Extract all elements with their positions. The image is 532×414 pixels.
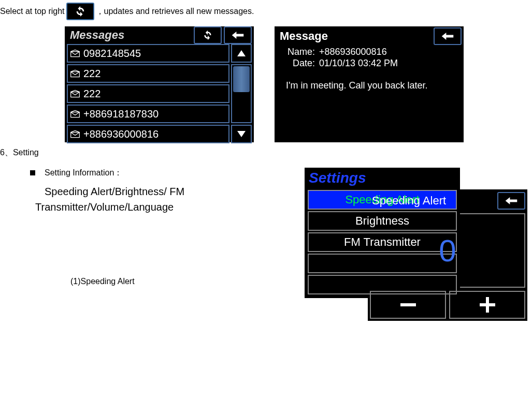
message-number: 222 (83, 88, 100, 100)
setting-info-label: Setting Information： (45, 168, 184, 179)
message-number: 222 (83, 68, 100, 80)
intro-after: ，updates and retrieves all new messages. (96, 6, 254, 17)
intro-before: Select at top right (0, 7, 65, 16)
message-item[interactable]: 222 (67, 84, 229, 103)
scroll-up-button[interactable] (231, 44, 252, 63)
date-label: Date: (279, 57, 315, 69)
message-body: I'm in meeting. Call you back later. (275, 69, 464, 91)
section-heading: 6、Setting (0, 147, 532, 158)
message-number: +886918187830 (83, 108, 159, 120)
settings-screen: Settings Speeding Alert Brightness FM Tr… (305, 168, 460, 298)
scrollbar-thumb[interactable] (233, 66, 250, 92)
date-value: 01/10/13 03:42 PM (315, 57, 398, 69)
name-value: +886936000816 (315, 46, 398, 57)
back-button[interactable] (497, 192, 525, 210)
message-item[interactable]: +886936000816 (67, 125, 229, 143)
message-item[interactable]: 222 (67, 64, 229, 83)
minus-button[interactable] (370, 291, 446, 319)
settings-title: Settings (305, 168, 460, 188)
svg-rect-0 (400, 303, 416, 306)
refresh-icon (66, 3, 94, 20)
back-button[interactable] (224, 26, 252, 44)
plus-button[interactable] (449, 291, 525, 319)
name-label: Name: (279, 46, 315, 57)
intro-line: Select at top right ，updates and retriev… (0, 3, 532, 20)
detail-title: Message (277, 29, 432, 43)
refresh-button[interactable] (194, 26, 222, 44)
message-item[interactable]: +886918187830 (67, 105, 229, 123)
messages-screen: Messages 0982148545 222 222 (65, 26, 254, 142)
settings-item[interactable] (308, 254, 457, 273)
speeding-title: Speeding Alert (370, 194, 497, 208)
subsection-label: (1)Speeding Alert (30, 277, 305, 286)
back-button[interactable] (434, 27, 462, 45)
message-number: +886936000816 (83, 128, 159, 140)
setting-options-line2: Transmitter/Volume/Language (35, 199, 184, 215)
setting-options-line1: Speeding Alert/Brightness/ FM (45, 184, 184, 199)
message-detail-screen: Message Name: Date: +886936000816 01/10/… (275, 26, 464, 142)
scrollbar-track[interactable] (231, 64, 252, 123)
messages-title: Messages (67, 28, 192, 42)
bullet-icon (30, 170, 35, 175)
settings-item-brightness[interactable]: Brightness (308, 211, 457, 231)
message-item[interactable]: 0982148545 (67, 44, 229, 63)
scroll-down-button[interactable] (231, 125, 252, 143)
settings-item-fm[interactable]: FM Transmitter (308, 232, 457, 252)
message-number: 0982148545 (83, 48, 141, 60)
svg-rect-2 (486, 297, 489, 313)
